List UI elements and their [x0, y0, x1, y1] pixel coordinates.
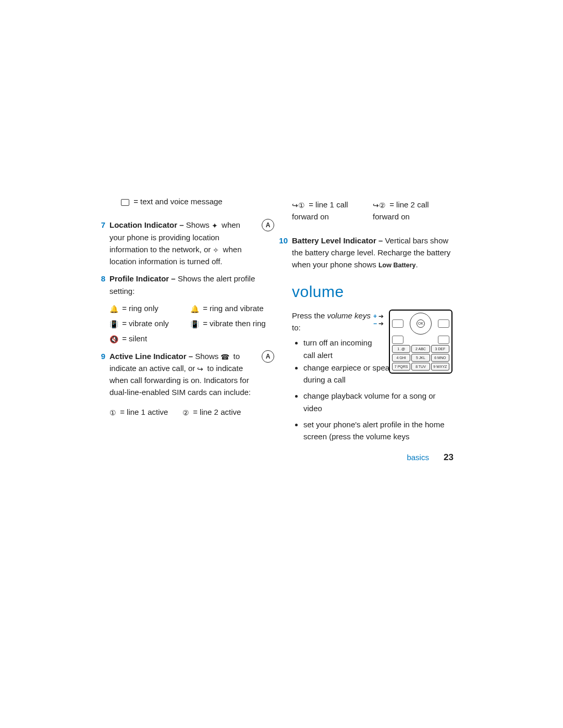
- vol-intro-a: Press the: [292, 311, 327, 320]
- ring-vibrate-icon: 🔔: [190, 305, 199, 313]
- location-off-icon: ✧: [213, 246, 219, 254]
- volume-arrows-icon: + ➔ − ➔: [373, 313, 384, 327]
- call-forward-icon: ↪: [197, 365, 203, 373]
- key-8: 8 TUV: [411, 363, 430, 371]
- item10-title: Battery Level Indicator –: [292, 236, 383, 245]
- item7-body-a: Shows: [186, 220, 212, 229]
- softkey-right-icon: [438, 319, 449, 328]
- volume-bullets: turn off an incoming call alert: [292, 337, 381, 361]
- volume-heading: volume: [292, 280, 454, 304]
- text-voice-icon: [121, 199, 129, 206]
- softkey-left-icon: [392, 319, 403, 328]
- vol-intro-b: volume keys: [327, 311, 371, 320]
- ring-only-label: = ring only: [122, 304, 158, 313]
- vol-intro-c: to:: [292, 323, 301, 332]
- key-3: 3 DEF: [431, 345, 449, 353]
- key-1: 1 .@: [392, 345, 410, 353]
- bullet-4: set your phone's alert profile in the ho…: [303, 418, 454, 443]
- text-voice-label: = text and voice message: [133, 197, 223, 206]
- low-battery-text: Low Battery: [378, 262, 416, 269]
- item9-title: Active Line Indicator –: [109, 352, 193, 361]
- left-column: = text and voice message 7 Location Indi…: [109, 195, 271, 447]
- silent-label: = silent: [122, 334, 147, 343]
- list-item-8: 8 Profile Indicator – Shows the alert pr…: [109, 273, 271, 344]
- bullet-1: turn off an incoming call alert: [303, 337, 381, 361]
- line2-active-label: = line 2 active: [193, 408, 241, 416]
- vibrate-only-label: = vibrate only: [122, 319, 169, 328]
- list-item-7: 7 Location Indicator – Shows ✦ when your…: [109, 219, 271, 267]
- bullet-3: change playback volume for a song or vid…: [303, 390, 454, 414]
- phone-keypad-figure: + ➔ − ➔: [389, 310, 454, 374]
- item8-title: Profile Indicator –: [109, 274, 176, 283]
- key-6: 6 MNO: [431, 354, 449, 362]
- dpad-icon: [410, 313, 432, 335]
- call-key-icon: [392, 336, 403, 344]
- silent-icon: 🔇: [109, 336, 118, 343]
- line2-fwd-icon: ↪②: [373, 202, 386, 209]
- page-number: 23: [444, 452, 454, 462]
- line2-active-icon: ②: [182, 409, 189, 416]
- page-footer: basics 23: [407, 451, 454, 464]
- ring-vibrate-label: = ring and vibrate: [203, 304, 263, 313]
- vibrate-ring-icon: 📳: [190, 320, 199, 328]
- vibrate-ring-label: = vibrate then ring: [203, 319, 266, 328]
- item-number: 7: [94, 219, 105, 231]
- item9-body-a: Shows: [195, 352, 221, 361]
- text-voice-row: = text and voice message: [121, 195, 271, 207]
- key-7: 7 PQRS: [392, 363, 410, 371]
- key-5: 5 JKL: [411, 354, 430, 362]
- line1-active-icon: ①: [109, 409, 116, 416]
- list-item-9: 9 Active Line Indicator – Shows ☎ to ind…: [109, 350, 271, 418]
- section-label: basics: [407, 453, 429, 462]
- volume-bullets-cont: change earpiece or speakerphone volume d…: [292, 362, 454, 443]
- key-9: 9 WXYZ: [431, 363, 449, 371]
- item-number: 10: [276, 235, 288, 246]
- line1-active-label: = line 1 active: [120, 408, 168, 416]
- end-key-icon: [438, 336, 449, 344]
- list-item-10: 10 Battery Level Indicator – Vertical ba…: [292, 235, 454, 271]
- line1-fwd-icon: ↪①: [292, 202, 305, 209]
- accessory-badge-icon: A: [262, 219, 274, 231]
- item10-dot: .: [415, 260, 418, 269]
- active-call-icon: ☎: [221, 353, 229, 361]
- item7-title: Location Indicator –: [109, 220, 184, 229]
- vibrate-only-icon: 📳: [109, 320, 118, 328]
- accessory-badge-icon: A: [262, 350, 274, 363]
- right-column: ↪① = line 1 call forward on ↪② = line 2 …: [292, 195, 454, 447]
- location-on-icon: ✦: [212, 222, 218, 229]
- key-2: 2 ABC: [411, 345, 430, 353]
- key-4: 4 GHI: [392, 354, 410, 362]
- item-number: 8: [94, 273, 105, 285]
- volume-intro: Press the volume keys to: turn off an in…: [292, 310, 381, 361]
- item-number: 9: [94, 350, 105, 362]
- ring-only-icon: 🔔: [109, 305, 118, 313]
